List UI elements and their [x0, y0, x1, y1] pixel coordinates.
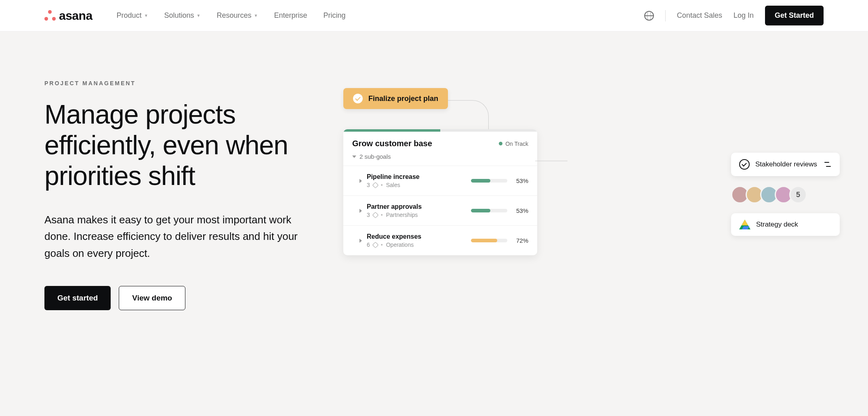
contact-sales-link[interactable]: Contact Sales	[677, 11, 722, 20]
avatar-more: 5	[789, 186, 807, 204]
milestone-icon	[372, 212, 379, 218]
strategy-deck-label: Strategy deck	[756, 221, 798, 229]
task-pill: Finalize project plan	[343, 88, 448, 109]
triangle-down-icon	[352, 155, 356, 158]
subgoal-body: Partner approvals3•Partnerships	[367, 203, 466, 218]
subgoal-name: Reduce expenses	[367, 233, 466, 240]
subgoals-toggle[interactable]: 2 sub-goals	[343, 151, 537, 166]
subgoal-dept: Sales	[386, 182, 400, 188]
nav-enterprise[interactable]: Enterprise	[274, 11, 307, 20]
google-drive-icon	[739, 220, 750, 229]
subgoal-meta: 3•Partnerships	[367, 212, 466, 218]
separator-dot: •	[381, 242, 383, 248]
view-demo-button[interactable]: View demo	[119, 286, 185, 310]
site-header: asana Product▼ Solutions▼ Resources▼ Ent…	[0, 0, 868, 32]
divider	[665, 10, 666, 21]
subgoal-name: Pipeline increase	[367, 173, 466, 181]
chevron-down-icon: ▼	[144, 13, 148, 18]
status-label: On Track	[505, 141, 528, 147]
logo-icon	[44, 10, 56, 21]
nav-product[interactable]: Product▼	[117, 11, 148, 20]
subgoal-progress	[471, 239, 507, 242]
goal-card: Grow customer base On Track 2 sub-goals …	[343, 129, 537, 255]
status-badge: On Track	[499, 141, 528, 147]
subgoal-count: 3	[367, 182, 370, 188]
subgoal-body: Reduce expenses6•Operations	[367, 233, 466, 248]
get-started-button[interactable]: Get Started	[765, 6, 824, 25]
subgoal-name: Partner approvals	[367, 203, 466, 210]
hero-copy: PROJECT MANAGEMENT Manage projects effic…	[44, 80, 319, 310]
triangle-right-icon	[359, 179, 362, 183]
subgoal-progress-fill	[471, 239, 497, 242]
eyebrow: PROJECT MANAGEMENT	[44, 80, 319, 86]
separator-dot: •	[381, 182, 383, 188]
nav-pricing[interactable]: Pricing	[324, 11, 346, 20]
nav-enterprise-label: Enterprise	[274, 11, 307, 20]
subgoal-percent: 53%	[512, 177, 528, 184]
side-cards: Stakeholder reviews 5 Strategy deck	[731, 153, 840, 236]
subgoals-toggle-label: 2 sub-goals	[359, 153, 391, 160]
subgoal-body: Pipeline increase3•Sales	[367, 173, 466, 188]
subgoal-row: Reduce expenses6•Operations72%	[343, 225, 537, 255]
login-link[interactable]: Log In	[733, 11, 754, 20]
subgoal-meta: 3•Sales	[367, 182, 466, 188]
nav-pricing-label: Pricing	[324, 11, 346, 20]
nav-resources[interactable]: Resources▼	[217, 11, 258, 20]
subgoal-meta: 6•Operations	[367, 242, 466, 248]
avatar-stack: 5	[731, 184, 840, 205]
brand-logo[interactable]: asana	[44, 9, 92, 23]
task-pill-label: Finalize project plan	[368, 95, 438, 103]
triangle-right-icon	[359, 209, 362, 213]
subgoal-row: Pipeline increase3•Sales53%	[343, 166, 537, 195]
milestone-icon	[372, 242, 379, 248]
subgoal-progress	[471, 209, 507, 212]
hero-title: Manage projects efficiently, even when p…	[44, 99, 319, 191]
hero-ctas: Get started View demo	[44, 286, 319, 310]
subgoal-progress-fill	[471, 179, 490, 183]
subtask-icon	[823, 161, 832, 168]
nav-resources-label: Resources	[217, 11, 252, 20]
subgoal-progress	[471, 179, 507, 183]
stakeholder-reviews-label: Stakeholder reviews	[755, 160, 817, 168]
stakeholder-reviews-card: Stakeholder reviews	[731, 153, 840, 176]
main-nav: Product▼ Solutions▼ Resources▼ Enterpris…	[117, 11, 346, 20]
separator-dot: •	[381, 212, 383, 218]
subgoal-count: 6	[367, 242, 370, 248]
status-dot-icon	[499, 142, 502, 145]
nav-solutions-label: Solutions	[164, 11, 194, 20]
goal-header: Grow customer base On Track	[343, 132, 537, 151]
subgoal-row: Partner approvals3•Partnerships53%	[343, 195, 537, 225]
subgoal-progress-fill	[471, 209, 490, 212]
subgoal-percent: 53%	[512, 207, 528, 214]
hero-get-started-button[interactable]: Get started	[44, 286, 111, 310]
nav-solutions[interactable]: Solutions▼	[164, 11, 201, 20]
header-right: Contact Sales Log In Get Started	[644, 6, 824, 25]
connector-line-2	[535, 161, 567, 161]
hero-illustration: Finalize project plan Grow customer base…	[343, 80, 824, 310]
strategy-deck-card: Strategy deck	[731, 213, 840, 236]
nav-product-label: Product	[117, 11, 142, 20]
subgoal-list: Pipeline increase3•Sales53%Partner appro…	[343, 166, 537, 255]
triangle-right-icon	[359, 239, 362, 243]
subgoal-count: 3	[367, 212, 370, 218]
check-circle-outline-icon	[739, 159, 750, 170]
hero-section: PROJECT MANAGEMENT Manage projects effic…	[0, 32, 868, 334]
hero-subtitle: Asana makes it easy to get your most imp…	[44, 212, 319, 262]
check-circle-icon	[353, 94, 363, 103]
globe-icon[interactable]	[644, 11, 654, 21]
brand-name: asana	[59, 9, 92, 23]
subgoal-dept: Partnerships	[386, 212, 418, 218]
chevron-down-icon: ▼	[197, 13, 201, 18]
subgoal-dept: Operations	[386, 242, 414, 248]
chevron-down-icon: ▼	[254, 13, 258, 18]
milestone-icon	[372, 182, 379, 188]
goal-title: Grow customer base	[352, 139, 432, 148]
subgoal-percent: 72%	[512, 237, 528, 244]
